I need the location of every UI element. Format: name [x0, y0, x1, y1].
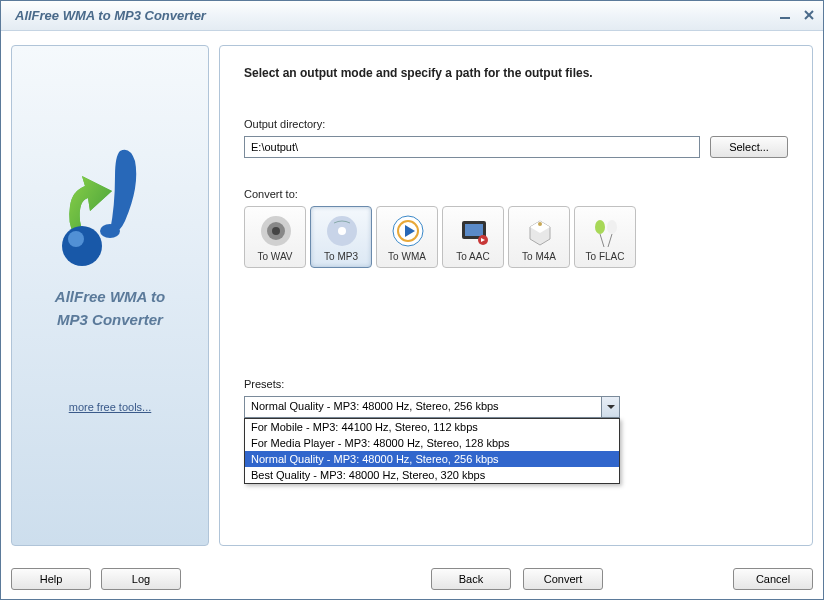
- main-panel: Select an output mode and specify a path…: [219, 45, 813, 546]
- outdir-input[interactable]: [244, 136, 700, 158]
- preset-combobox[interactable]: Normal Quality - MP3: 48000 Hz, Stereo, …: [244, 396, 620, 418]
- format-wma-button[interactable]: To WMA: [376, 206, 438, 268]
- titlebar: AllFree WMA to MP3 Converter: [1, 1, 823, 31]
- more-tools-link[interactable]: more free tools...: [69, 401, 152, 413]
- format-m4a-button[interactable]: To M4A: [508, 206, 570, 268]
- sidebar: AllFree WMA to MP3 Converter more free t…: [11, 45, 209, 546]
- svg-line-24: [608, 234, 612, 247]
- wmp-icon: [390, 213, 426, 249]
- format-wav-button[interactable]: To WAV: [244, 206, 306, 268]
- format-label: To WAV: [257, 251, 292, 262]
- instruction-text: Select an output mode and specify a path…: [244, 66, 788, 80]
- product-name-line2: MP3 Converter: [55, 309, 165, 332]
- product-name: AllFree WMA to MP3 Converter: [55, 286, 165, 331]
- svg-point-8: [272, 227, 280, 235]
- back-button[interactable]: Back: [431, 568, 511, 590]
- format-mp3-button[interactable]: To MP3: [310, 206, 372, 268]
- convert-to-label: Convert to:: [244, 188, 788, 200]
- outdir-row: Select...: [244, 136, 788, 158]
- svg-point-20: [538, 222, 542, 226]
- preset-option[interactable]: For Mobile - MP3: 44100 Hz, Stereo, 112 …: [245, 419, 619, 435]
- earbuds-icon: [588, 213, 624, 249]
- help-button[interactable]: Help: [11, 568, 91, 590]
- format-label: To FLAC: [586, 251, 625, 262]
- preset-option[interactable]: Normal Quality - MP3: 48000 Hz, Stereo, …: [245, 451, 619, 467]
- app-logo-icon: [40, 136, 180, 276]
- svg-point-22: [607, 220, 617, 234]
- svg-point-5: [68, 231, 84, 247]
- format-label: To WMA: [388, 251, 426, 262]
- window-title: AllFree WMA to MP3 Converter: [9, 8, 206, 23]
- format-aac-button[interactable]: To AAC: [442, 206, 504, 268]
- svg-point-4: [62, 226, 102, 266]
- format-buttons: To WAV To MP3 To WMA: [244, 206, 788, 268]
- apple-device-icon: [456, 213, 492, 249]
- format-label: To MP3: [324, 251, 358, 262]
- preset-dropdown: For Mobile - MP3: 44100 Hz, Stereo, 112 …: [244, 418, 620, 484]
- product-name-line1: AllFree WMA to: [55, 286, 165, 309]
- preset-option[interactable]: For Media Player - MP3: 48000 Hz, Stereo…: [245, 435, 619, 451]
- log-button[interactable]: Log: [101, 568, 181, 590]
- svg-rect-15: [465, 224, 483, 236]
- box-icon: [522, 213, 558, 249]
- convert-button[interactable]: Convert: [523, 568, 603, 590]
- body-area: AllFree WMA to MP3 Converter more free t…: [1, 31, 823, 556]
- preset-selected-text: Normal Quality - MP3: 48000 Hz, Stereo, …: [245, 397, 601, 417]
- minimize-button[interactable]: [777, 7, 793, 23]
- svg-point-21: [595, 220, 605, 234]
- chevron-down-icon[interactable]: [601, 397, 619, 417]
- footer-left: Help Log: [11, 568, 181, 590]
- svg-point-3: [100, 224, 120, 238]
- cancel-button[interactable]: Cancel: [733, 568, 813, 590]
- app-window: AllFree WMA to MP3 Converter: [0, 0, 824, 600]
- select-dir-button[interactable]: Select...: [710, 136, 788, 158]
- disc-icon: [324, 213, 360, 249]
- titlebar-controls: [777, 7, 817, 23]
- svg-point-10: [338, 227, 346, 235]
- close-button[interactable]: [801, 7, 817, 23]
- format-label: To M4A: [522, 251, 556, 262]
- format-flac-button[interactable]: To FLAC: [574, 206, 636, 268]
- presets-label: Presets:: [244, 378, 788, 390]
- preset-combo-wrap: Normal Quality - MP3: 48000 Hz, Stereo, …: [244, 396, 788, 418]
- svg-line-23: [600, 234, 604, 247]
- footer-right: Cancel: [733, 568, 813, 590]
- preset-option[interactable]: Best Quality - MP3: 48000 Hz, Stereo, 32…: [245, 467, 619, 483]
- speaker-icon: [258, 213, 294, 249]
- format-label: To AAC: [456, 251, 489, 262]
- footer: Help Log Back Convert Cancel: [11, 567, 813, 591]
- outdir-label: Output directory:: [244, 118, 788, 130]
- footer-center: Back Convert: [431, 568, 603, 590]
